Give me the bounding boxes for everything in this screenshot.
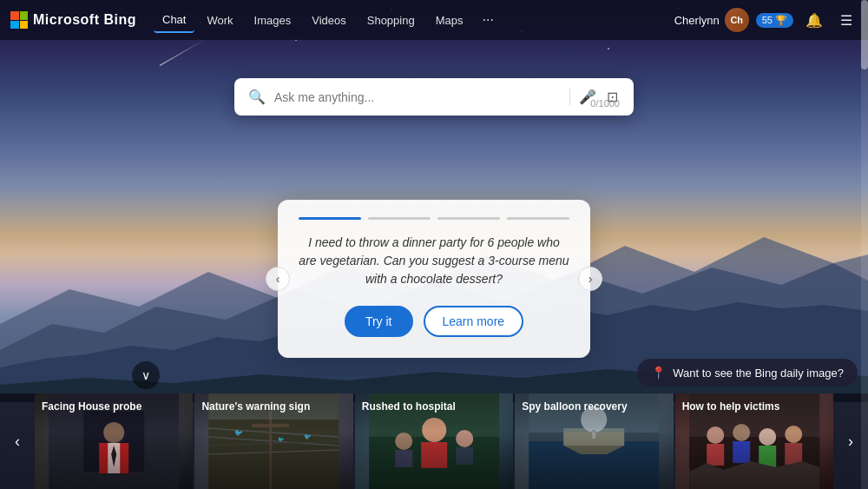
scrollbar[interactable] [861, 0, 868, 489]
menu-icon[interactable]: ☰ [835, 9, 858, 32]
nav-more[interactable]: ··· [475, 9, 500, 31]
news-strip: ‹ Facing House probe [0, 393, 868, 489]
news-card-5[interactable]: How to help victims [675, 393, 833, 489]
points-badge[interactable]: 55 🏆 [756, 13, 793, 28]
microsoft-logo [10, 11, 28, 29]
nav-right: Cherlynn Ch 55 🏆 🔔 ☰ [674, 8, 858, 32]
scroll-down-button[interactable]: ∨ [132, 361, 160, 389]
suggestion-card: ‹ › I need to throw a dinner party for 6… [278, 200, 590, 358]
star [608, 48, 609, 50]
nav-maps[interactable]: Maps [427, 9, 472, 32]
news-card-title-5: How to help victims [682, 400, 826, 414]
chevron-down-icon: ∨ [141, 368, 150, 382]
scrollbar-thumb[interactable] [861, 0, 868, 69]
location-icon: 📍 [651, 366, 666, 380]
news-card-4[interactable]: Spy balloon recovery [515, 393, 673, 489]
nav-shopping[interactable]: Shopping [358, 9, 424, 32]
search-box: 🔍 🎤 ⊡ [234, 78, 634, 116]
news-card-1[interactable]: Facing House probe [35, 393, 193, 489]
notifications-icon[interactable]: 🔔 [800, 9, 828, 32]
nav-videos[interactable]: Videos [303, 9, 355, 32]
news-card-title-2: Nature's warning sign [201, 400, 345, 414]
logo-text: Microsoft Bing [33, 12, 136, 28]
nav-chat[interactable]: Chat [154, 8, 194, 33]
user-info[interactable]: Cherlynn Ch [674, 8, 749, 32]
nav-links: Chat Work Images Videos Shopping Maps ··… [154, 8, 674, 33]
news-card-3[interactable]: Rushed to hospital [355, 393, 513, 489]
news-card-title-1: Facing House probe [42, 400, 186, 414]
nav-images[interactable]: Images [246, 9, 300, 32]
news-card-2[interactable]: 🐦 🐦 🐦 Nature's warning sign [194, 393, 352, 489]
logo-area[interactable]: Microsoft Bing [10, 11, 136, 29]
daily-image-tooltip[interactable]: 📍 Want to see the Bing daily image? [637, 359, 858, 387]
next-suggestion-button[interactable]: › [578, 267, 602, 291]
points-value: 55 [762, 15, 773, 25]
progress-dot-1 [299, 217, 361, 220]
search-area: 🔍 🎤 ⊡ 0/1000 [234, 78, 634, 116]
username: Cherlynn [674, 14, 720, 27]
progress-dot-3 [437, 217, 500, 220]
avatar: Ch [725, 8, 749, 32]
progress-dot-4 [507, 217, 569, 220]
navbar: Microsoft Bing Chat Work Images Videos S… [0, 0, 868, 40]
progress-dots [299, 217, 569, 220]
news-prev-button[interactable]: ‹ [0, 393, 35, 489]
progress-dot-2 [368, 217, 431, 220]
try-it-button[interactable]: Try it [345, 306, 413, 337]
daily-image-text: Want to see the Bing daily image? [673, 367, 844, 380]
prev-suggestion-button[interactable]: ‹ [266, 267, 290, 291]
suggestion-text: I need to throw a dinner party for 6 peo… [299, 234, 569, 288]
learn-more-button[interactable]: Learn more [424, 306, 524, 337]
news-card-title-3: Rushed to hospital [362, 400, 506, 414]
search-icon: 🔍 [248, 89, 266, 105]
news-cards: Facing House probe 🐦 🐦 🐦 [35, 393, 833, 489]
card-buttons: Try it Learn more [299, 306, 569, 337]
trophy-icon: 🏆 [775, 15, 787, 26]
nav-work[interactable]: Work [198, 9, 241, 32]
search-input[interactable] [274, 90, 561, 104]
news-card-title-4: Spy balloon recovery [522, 400, 666, 414]
search-divider [569, 89, 570, 106]
char-count: 0/1000 [590, 98, 620, 109]
shooting-star [160, 39, 205, 66]
